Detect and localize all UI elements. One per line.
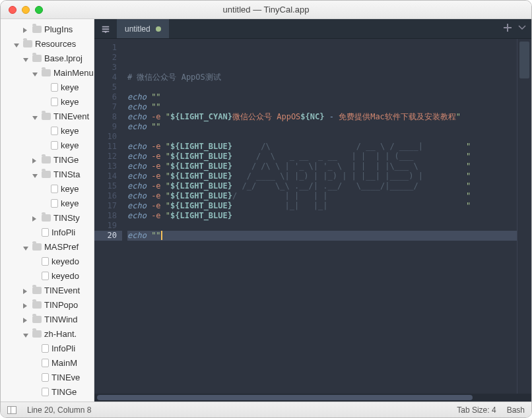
tree-folder[interactable]: MainMenu [1, 65, 94, 80]
tree-folder[interactable]: TINEvent [1, 109, 94, 123]
close-button[interactable] [9, 6, 17, 14]
tree-file[interactable]: keye [1, 196, 94, 210]
tree-file[interactable]: keye [1, 94, 94, 109]
tree-item-label: TINEvent [44, 285, 80, 295]
folder-icon [42, 156, 51, 164]
new-tab-button[interactable] [504, 24, 512, 34]
maximize-button[interactable] [35, 6, 43, 14]
tree-item-label: Resources [35, 39, 76, 49]
tree-file[interactable]: keye [1, 138, 94, 152]
tree-file[interactable]: keyedo [1, 268, 94, 283]
tree-item-label: Base.lproj [44, 53, 83, 63]
file-icon [42, 344, 49, 353]
tree-folder[interactable]: MASPref [1, 239, 94, 254]
tree-item-label: TINPopo [44, 300, 78, 310]
folder-icon [42, 171, 51, 178]
tree-item-label: TINEvent [53, 111, 89, 121]
tab-size-setting[interactable]: Tab Size: 4 [457, 405, 496, 415]
line-number-gutter[interactable]: 1234567891011121314151617181920 [94, 39, 122, 394]
folder-icon [32, 301, 42, 309]
folder-icon [32, 26, 42, 33]
tree-item-label: TINWind [44, 314, 78, 324]
file-icon [42, 359, 49, 367]
tree-item-label: keye [61, 198, 79, 208]
tree-item-label: InfoPli [51, 343, 75, 353]
tree-folder[interactable]: TINSty [1, 210, 94, 225]
tree-file[interactable]: InfoPli [1, 341, 94, 355]
file-icon [42, 272, 49, 280]
file-icon [51, 83, 58, 92]
panel-toggle-icon[interactable] [7, 406, 17, 414]
file-icon [42, 373, 49, 382]
tree-folder[interactable]: Resources [1, 36, 94, 51]
tree-file[interactable]: keye [1, 123, 94, 138]
window-controls [1, 6, 43, 14]
editor-area: untitled 1234567891011121314151617181920… [94, 19, 531, 402]
tree-item-label: TINGe [51, 387, 77, 397]
tree-folder[interactable]: Base.lproj [1, 51, 94, 65]
tree-file[interactable]: InfoPli [1, 225, 94, 239]
folder-icon [32, 55, 42, 62]
folder-icon [42, 113, 51, 120]
tree-item-label: TINSty [53, 213, 80, 223]
file-tree[interactable]: PlugInsResourcesBase.lprojMainMenukeyeke… [1, 19, 94, 402]
tree-folder[interactable]: TINPopo [1, 297, 94, 312]
tab-overflow-button[interactable] [518, 24, 526, 34]
statusbar: Line 20, Column 8 Tab Size: 4 Bash [1, 402, 531, 417]
folder-icon [42, 214, 51, 222]
tree-item-label: InfoPli [51, 227, 75, 237]
tree-item-label: keyedo [51, 271, 79, 281]
file-icon [51, 141, 58, 150]
tree-item-label: MainM [51, 358, 77, 368]
tree-folder[interactable]: TINWind [1, 312, 94, 326]
tree-item-label: TINEve [51, 373, 80, 382]
tree-item-label: keye [61, 126, 79, 136]
tree-item-label: keyedo [51, 256, 79, 266]
file-icon [51, 98, 58, 106]
tree-item-label: keye [61, 82, 79, 92]
folder-icon [23, 40, 32, 47]
tab-strip: untitled [94, 19, 531, 39]
tab-list-button[interactable] [94, 19, 117, 38]
horizontal-scrollbar-track[interactable] [94, 394, 531, 402]
tree-folder[interactable]: zh-Hant. [1, 326, 94, 341]
horizontal-scrollbar-thumb[interactable] [97, 395, 473, 400]
tree-file[interactable]: TINGe [1, 384, 94, 399]
tree-item-label: keye [61, 97, 79, 107]
tree-file[interactable]: keyedo [1, 254, 94, 268]
tree-item-label: PlugIns [44, 24, 73, 34]
tree-item-label: MASPref [44, 242, 79, 252]
code-content[interactable]: # 微信公众号 AppOS测试 echo ""echo ""echo -e "$… [122, 39, 517, 394]
tab-actions [504, 19, 531, 38]
folder-icon [32, 287, 42, 294]
window-title: untitled — TinyCal.app [1, 5, 531, 15]
tree-folder[interactable]: TINEvent [1, 283, 94, 297]
minimap[interactable] [517, 39, 531, 394]
file-icon [51, 127, 58, 135]
file-icon [51, 185, 58, 193]
dirty-indicator-icon [156, 26, 161, 32]
tree-file[interactable]: keye [1, 181, 94, 196]
tree-item-label: zh-Hant. [44, 329, 77, 339]
file-icon [42, 257, 49, 266]
file-icon [42, 388, 49, 396]
cursor-position[interactable]: Line 20, Column 8 [27, 405, 91, 415]
folder-icon [32, 330, 42, 338]
tree-folder[interactable]: TINGe [1, 152, 94, 167]
syntax-mode[interactable]: Bash [507, 405, 525, 415]
tree-item-label: TINGe [53, 155, 79, 165]
tab-untitled[interactable]: untitled [117, 19, 170, 38]
tree-folder[interactable]: PlugIns [1, 22, 94, 36]
minimap-viewport[interactable] [519, 42, 529, 78]
file-icon [42, 228, 49, 237]
tree-item-label: keye [61, 184, 79, 194]
file-icon [51, 199, 58, 208]
folder-icon [42, 69, 51, 76]
tree-file[interactable]: MainM [1, 355, 94, 370]
minimize-button[interactable] [22, 6, 30, 14]
app-window: untitled — TinyCal.app PlugInsResourcesB… [0, 0, 532, 418]
tree-folder[interactable]: TINSta [1, 167, 94, 181]
tree-file[interactable]: TINEve [1, 370, 94, 384]
tree-item-label: MainMenu [53, 68, 94, 78]
tree-file[interactable]: keye [1, 80, 94, 94]
